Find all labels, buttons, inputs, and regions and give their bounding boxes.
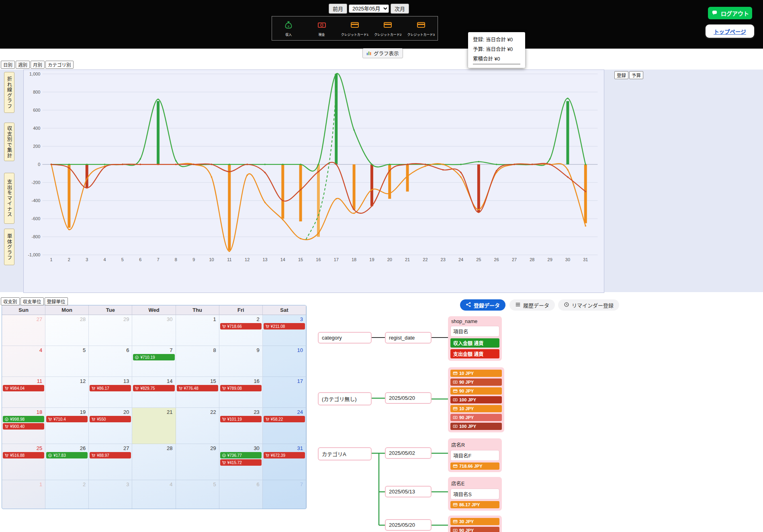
- calendar-day-cell[interactable]: 16¥789.08: [219, 377, 263, 408]
- calendar-day-cell[interactable]: 3: [89, 480, 132, 509]
- expense-amount-badge[interactable]: ¥550: [90, 416, 131, 422]
- month-select[interactable]: 2025年05月: [349, 4, 389, 13]
- account-card1-button[interactable]: クレジットカード1: [339, 20, 370, 37]
- amount-badge[interactable]: 30 JPY: [450, 518, 499, 525]
- calendar-day-cell[interactable]: 25¥516.88: [2, 444, 45, 480]
- tab-weekly[interactable]: 週別: [16, 61, 30, 69]
- amount-badge[interactable]: 718.66 JPY: [450, 462, 499, 470]
- aggregate-by-balance-button[interactable]: 収支別で集計: [4, 123, 14, 161]
- calendar-day-cell[interactable]: 14¥829.75: [132, 377, 176, 408]
- income-amount-badge[interactable]: ¥¥710.19: [133, 354, 174, 360]
- calendar-day-cell[interactable]: 24¥58.22: [263, 408, 306, 444]
- calendar-day-cell[interactable]: 7¥¥710.19: [132, 346, 176, 377]
- calendar-day-cell[interactable]: 3¥211.08: [263, 315, 306, 346]
- income-amount-badge[interactable]: ¥¥736.77: [220, 452, 262, 458]
- expense-amount-badge[interactable]: ¥86.17: [90, 385, 131, 391]
- calendar-day-cell[interactable]: 1: [176, 315, 219, 346]
- expense-as-minus-button[interactable]: 支出をマイナス: [4, 173, 14, 224]
- amount-badge[interactable]: 86.17 JPY: [450, 501, 499, 508]
- calendar-day-cell[interactable]: 19¥710.4: [45, 408, 89, 444]
- expense-amount-badge[interactable]: ¥900.40: [3, 423, 44, 430]
- calendar-day-cell[interactable]: 26¥¥17.83: [45, 444, 89, 480]
- amount-badge[interactable]: 90 JPY: [450, 414, 502, 421]
- toggle-budget[interactable]: 予算: [629, 71, 643, 79]
- logout-button[interactable]: ログアウト: [708, 7, 752, 19]
- expense-amount-badge[interactable]: ¥829.75: [133, 385, 174, 391]
- expense-amount-badge[interactable]: ¥672.39: [264, 452, 305, 458]
- calendar-day-cell[interactable]: 17: [263, 377, 306, 408]
- calendar-day-cell[interactable]: 20¥550: [89, 408, 132, 444]
- regist-date-node[interactable]: 2025/05/20: [385, 519, 432, 531]
- calendar-day-cell[interactable]: 1: [2, 480, 45, 509]
- calendar-day-cell[interactable]: 4: [2, 346, 45, 377]
- amount-badge[interactable]: 100 JPY: [450, 396, 502, 403]
- category-node-a[interactable]: カテゴリA: [318, 447, 372, 460]
- amount-badge[interactable]: 100 JPY: [450, 423, 502, 430]
- calendar-day-cell[interactable]: 15¥776.48: [176, 377, 219, 408]
- calendar-day-cell[interactable]: 11¥984.04: [2, 377, 45, 408]
- item-name-box[interactable]: 項目名F: [450, 450, 499, 461]
- amount-badge[interactable]: 90 JPY: [450, 527, 499, 532]
- expense-amount-badge[interactable]: ¥776.48: [177, 385, 218, 391]
- regist-date-node[interactable]: 2025/05/13: [385, 486, 432, 497]
- calendar-day-cell[interactable]: 27: [2, 315, 45, 346]
- tab-register-unit[interactable]: 登録単位: [45, 297, 68, 305]
- category-template-node[interactable]: category: [318, 332, 372, 344]
- calendar-day-cell[interactable]: 29: [89, 315, 132, 346]
- regist-date-template-node[interactable]: regist_date: [385, 332, 432, 344]
- calendar-day-cell[interactable]: 2¥718.66: [219, 315, 263, 346]
- amount-badge[interactable]: 90 JPY: [450, 387, 502, 395]
- amount-badge[interactable]: 10 JPY: [450, 405, 502, 412]
- graph-display-button[interactable]: グラフ表示: [362, 48, 403, 58]
- calendar-day-cell[interactable]: 7: [263, 480, 306, 509]
- account-income-button[interactable]: ¥ 収入: [273, 20, 304, 37]
- expense-amount-badge[interactable]: ¥718.66: [220, 323, 262, 329]
- expense-amount-badge[interactable]: ¥789.08: [220, 385, 262, 391]
- calendar-day-cell[interactable]: 31¥672.39: [263, 444, 306, 480]
- calendar-day-cell[interactable]: 23¥101.19: [219, 408, 263, 444]
- calendar-day-cell[interactable]: 5: [45, 346, 89, 377]
- calendar-day-cell[interactable]: 9: [219, 346, 263, 377]
- tab-daily[interactable]: 日別: [1, 61, 15, 69]
- expense-amount-badge[interactable]: ¥415.72: [220, 459, 262, 466]
- calendar-day-cell[interactable]: 2: [45, 480, 89, 509]
- tab-balance-unit[interactable]: 収支単位: [20, 297, 44, 305]
- calendar-day-cell[interactable]: 18¥¥998.98¥900.40: [2, 408, 45, 444]
- toggle-registered[interactable]: 登録: [614, 71, 628, 79]
- tab-by-category[interactable]: カテゴリ別: [45, 61, 74, 69]
- calendar-day-cell[interactable]: 6: [89, 346, 132, 377]
- regist-date-node[interactable]: 2025/05/02: [385, 447, 432, 459]
- account-card3-button[interactable]: クレジットカード3: [405, 20, 437, 37]
- income-amount-badge[interactable]: ¥¥17.83: [46, 452, 88, 458]
- expense-amount-badge[interactable]: ¥58.22: [264, 416, 305, 422]
- calendar-day-cell[interactable]: 29: [176, 444, 219, 480]
- expense-amount-badge[interactable]: ¥211.08: [264, 323, 305, 329]
- income-amount-badge[interactable]: ¥¥998.98: [3, 416, 44, 422]
- calendar-day-cell[interactable]: 5: [176, 480, 219, 509]
- amount-badge[interactable]: 10 JPY: [450, 370, 502, 377]
- expense-amount-badge[interactable]: ¥101.19: [220, 416, 262, 422]
- category-node-uncategorized[interactable]: (カテゴリ無し): [318, 392, 372, 405]
- calendar-day-cell[interactable]: 6: [219, 480, 263, 509]
- tab-by-balance[interactable]: 収支別: [1, 297, 20, 305]
- next-month-button[interactable]: 次月: [391, 4, 409, 14]
- calendar-day-cell[interactable]: 12: [45, 377, 89, 408]
- calendar-day-cell[interactable]: 4: [132, 480, 176, 509]
- calendar-day-cell[interactable]: 21: [132, 408, 176, 444]
- regist-date-node[interactable]: 2025/05/20: [385, 392, 432, 404]
- amount-badge[interactable]: 90 JPY: [450, 379, 502, 386]
- item-name-box[interactable]: 項目名: [450, 326, 499, 337]
- calendar-day-cell[interactable]: 28: [45, 315, 89, 346]
- line-graph-toggle-button[interactable]: 折れ線グラフ: [4, 72, 14, 113]
- tab-history-data[interactable]: 履歴データ: [509, 299, 555, 311]
- expense-amount-badge[interactable]: ¥516.88: [3, 452, 44, 458]
- top-page-button[interactable]: トップページ: [706, 25, 754, 38]
- account-cash-button[interactable]: 現金: [306, 20, 338, 37]
- expense-amount-badge[interactable]: ¥88.97: [90, 452, 131, 458]
- calendar-day-cell[interactable]: 27¥88.97: [89, 444, 132, 480]
- calendar-day-cell[interactable]: 28: [132, 444, 176, 480]
- calendar-day-cell[interactable]: 30: [132, 315, 176, 346]
- tab-registered-data[interactable]: 登録データ: [460, 299, 505, 311]
- expense-amount-badge[interactable]: ¥710.4: [46, 416, 88, 422]
- calendar-day-cell[interactable]: 30¥¥736.77¥415.72: [219, 444, 263, 480]
